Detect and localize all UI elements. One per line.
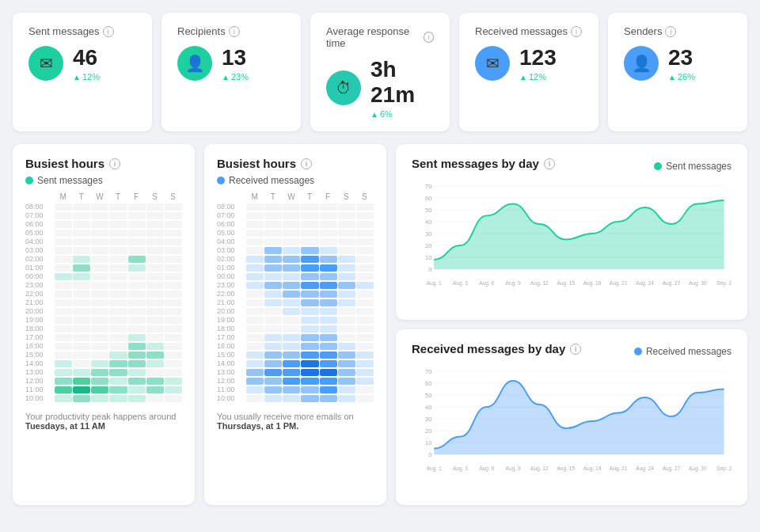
senders-change: ▲ 26% [668,72,695,82]
svg-text:40: 40 [425,404,431,411]
svg-text:Aug. 15: Aug. 15 [557,466,575,472]
received-heatmap-legend: Received messages [217,175,374,186]
sent-chart-card: Sent messages by day i Sent messages 010… [396,144,747,320]
avg-response-info-icon[interactable]: i [424,32,434,43]
sent-heatmap-grid: MTWTFSS08:0007:0006:0005:0004:0003:0002:… [25,192,182,402]
received-heatmap-info-icon[interactable]: i [301,158,312,169]
sent-heatmap-info-icon[interactable]: i [109,158,120,169]
sent-chart-svg: 010203040506070Aug. 1Aug. 3Aug. 6Aug. 9A… [412,178,732,305]
received-messages-info-icon[interactable]: i [571,26,582,37]
recipients-card: Recipients i 👤 13 ▲ 23% [162,13,301,131]
received-chart-legend-text: Received messages [646,346,732,357]
svg-text:20: 20 [425,428,431,435]
svg-text:30: 30 [425,416,431,423]
received-messages-card: Received messages i ✉ 123 ▲ 12% [459,13,598,131]
sent-chart-title-text: Sent messages by day [412,157,539,170]
sent-chart-legend-text: Sent messages [666,161,732,172]
sent-peak-strong: Tuesdays, at 11 AM [25,421,105,431]
svg-text:Aug. 3: Aug. 3 [453,466,468,472]
svg-text:Aug. 21: Aug. 21 [610,466,628,472]
svg-text:Aug. 9: Aug. 9 [506,280,521,287]
svg-text:Aug. 30: Aug. 30 [689,280,707,287]
avg-response-card: Average response time i ⏱ 3h 21m ▲ 6% [310,13,450,131]
senders-info-icon[interactable]: i [665,26,676,37]
senders-card: Senders i 👤 23 ▲ 26% [608,13,747,131]
sent-peak-note: Your productivity peak happens around Tu… [25,412,182,431]
avg-response-icon: ⏱ [326,70,361,105]
svg-text:0: 0 [428,266,431,273]
svg-text:10: 10 [425,254,431,261]
received-peak-note: You usually receive more emails on Thurs… [217,412,374,431]
svg-text:Aug. 1: Aug. 1 [427,280,442,287]
avg-up-arrow: ▲ [370,110,378,119]
svg-text:Aug. 21: Aug. 21 [610,280,628,287]
received-messages-title: Received messages i [475,25,583,37]
svg-text:Aug. 27: Aug. 27 [663,280,681,287]
sent-heatmap-card: Busiest hours i Sent messages MTWTFSS08:… [13,144,195,505]
svg-text:Aug. 15: Aug. 15 [557,280,575,287]
avg-change-pct: 6% [380,109,393,119]
bottom-section: Busiest hours i Sent messages MTWTFSS08:… [13,144,747,505]
received-messages-value: 123 [519,45,557,70]
received-legend-dot [217,177,225,184]
sent-messages-icon: ✉ [28,46,63,81]
received-chart-legend: Received messages [634,346,732,357]
svg-text:Aug. 3: Aug. 3 [453,280,468,287]
svg-text:10: 10 [425,439,431,446]
recipients-change: ▲ 23% [222,72,249,82]
svg-text:Aug. 6: Aug. 6 [479,280,494,287]
svg-text:Aug. 30: Aug. 30 [689,466,707,472]
senders-up-arrow: ▲ [668,73,676,82]
received-chart-title: Received messages by day i [412,342,581,355]
received-change-pct: 12% [529,72,546,82]
received-chart-legend-dot [634,348,642,355]
received-heatmap-card: Busiest hours i Received messages MTWTFS… [204,144,386,505]
svg-text:20: 20 [425,242,431,249]
svg-text:Aug. 12: Aug. 12 [530,466,549,472]
recipients-up-arrow: ▲ [222,73,230,82]
avg-response-change: ▲ 6% [370,109,434,119]
svg-text:Aug. 24: Aug. 24 [636,280,654,287]
svg-text:Aug. 12: Aug. 12 [530,280,549,287]
svg-text:Aug. 24: Aug. 24 [636,466,654,472]
received-messages-change: ▲ 12% [519,72,557,82]
sent-chart-legend: Sent messages [654,161,732,172]
sent-heatmap-legend: Sent messages [25,175,182,186]
recipients-change-pct: 23% [231,72,249,82]
right-charts-panel: Sent messages by day i Sent messages 010… [396,144,747,505]
sent-peak-note-text: Your productivity peak happens around [25,412,176,421]
sent-messages-info-icon[interactable]: i [103,26,114,37]
svg-text:60: 60 [425,380,431,387]
sent-chart-legend-dot [654,162,662,170]
sent-messages-title: Sent messages i [28,25,136,37]
received-peak-strong: Thursdays, at 1 PM. [217,421,298,431]
recipients-info-icon[interactable]: i [229,26,240,37]
top-cards-row: Sent messages i ✉ 46 ▲ 12% Recipients i … [13,13,747,131]
received-messages-icon: ✉ [475,46,510,81]
received-messages-label: Received messages [475,25,568,37]
svg-text:Aug. 18: Aug. 18 [583,280,602,287]
svg-text:Sep. 2: Sep. 2 [716,466,732,472]
svg-text:Aug. 6: Aug. 6 [479,466,494,472]
received-chart-wrap: 010203040506070Aug. 1Aug. 3Aug. 6Aug. 9A… [412,363,732,492]
avg-response-title: Average response time i [326,25,434,49]
svg-text:Aug. 18: Aug. 18 [583,466,602,472]
sent-chart-info-icon[interactable]: i [544,158,555,169]
svg-text:30: 30 [425,230,431,238]
sent-messages-card: Sent messages i ✉ 46 ▲ 12% [13,13,152,131]
svg-text:0: 0 [428,451,431,458]
sent-chart-wrap: 010203040506070Aug. 1Aug. 3Aug. 6Aug. 9A… [412,178,732,307]
received-heatmap-grid: MTWTFSS08:0007:0006:0005:0004:0003:0002:… [217,192,374,402]
recipients-value: 13 [222,45,249,70]
svg-text:70: 70 [425,368,431,375]
received-chart-info-icon[interactable]: i [570,344,581,355]
received-up-arrow: ▲ [519,73,527,82]
svg-text:50: 50 [425,392,431,399]
received-heatmap-title: Busiest hours i [217,157,374,170]
senders-icon: 👤 [624,46,659,81]
recipients-title: Recipients i [177,25,285,37]
senders-label: Senders [624,25,662,37]
sent-messages-value: 46 [73,45,100,70]
senders-change-pct: 26% [678,72,695,82]
received-chart-title-text: Received messages by day [412,342,565,355]
